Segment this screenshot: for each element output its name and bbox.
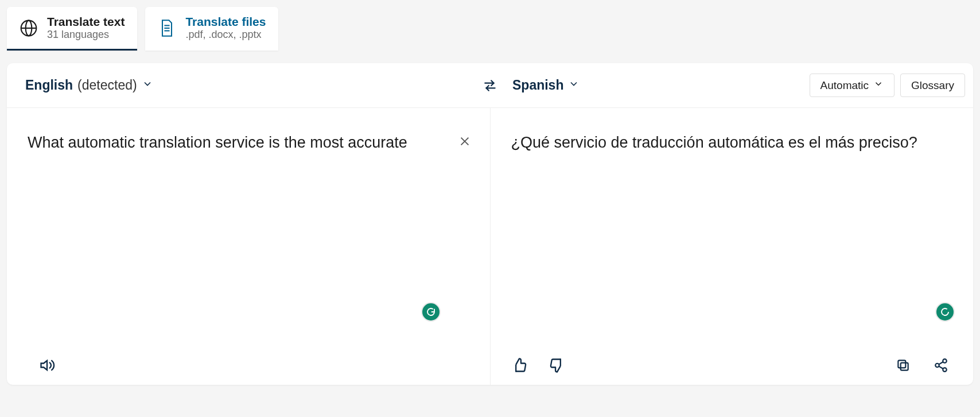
source-language-suffix: (detected) xyxy=(77,78,137,93)
glossary-button[interactable]: Glossary xyxy=(900,74,965,97)
listen-source-button[interactable] xyxy=(36,354,59,377)
source-language-select[interactable]: English (detected) xyxy=(25,78,153,93)
chevron-down-icon xyxy=(873,79,884,92)
swap-languages-button[interactable] xyxy=(480,75,500,96)
svg-line-16 xyxy=(939,366,943,369)
globe-icon xyxy=(20,19,38,37)
chevron-down-icon xyxy=(142,78,153,93)
tab-translate-text[interactable]: Translate text 31 languages xyxy=(7,7,137,51)
source-pane xyxy=(7,108,490,385)
language-bar: English (detected) Spanish xyxy=(7,63,973,108)
tab-text-sub: 31 languages xyxy=(47,29,125,41)
thumbs-down-button[interactable] xyxy=(546,354,569,377)
target-language-select[interactable]: Spanish xyxy=(512,78,580,93)
content-area: ¿Qué servicio de traducción automática e… xyxy=(7,108,973,385)
tab-translate-files[interactable]: Translate files .pdf, .docx, .pptx xyxy=(145,7,278,51)
target-language-label: Spanish xyxy=(512,78,563,93)
document-icon xyxy=(158,19,176,37)
target-pane: ¿Qué servicio de traducción automática e… xyxy=(491,108,974,385)
svg-line-15 xyxy=(939,362,943,364)
copy-button[interactable] xyxy=(892,354,915,377)
share-button[interactable] xyxy=(930,354,952,377)
source-textarea[interactable] xyxy=(28,131,464,304)
svg-rect-11 xyxy=(898,360,905,368)
tab-text-title: Translate text xyxy=(47,15,125,29)
grammarly-badge-icon[interactable] xyxy=(421,302,441,322)
source-language-label: English xyxy=(25,78,73,93)
tone-select[interactable]: Automatic xyxy=(810,74,895,97)
target-text: ¿Qué servicio de traducción automática e… xyxy=(511,131,947,155)
tab-files-sub: .pdf, .docx, .pptx xyxy=(185,29,266,41)
chevron-down-icon xyxy=(568,78,580,93)
grammarly-badge-icon[interactable] xyxy=(935,302,955,322)
tone-label: Automatic xyxy=(820,79,869,92)
thumbs-up-button[interactable] xyxy=(508,354,531,377)
clear-source-button[interactable] xyxy=(456,132,474,150)
svg-rect-10 xyxy=(901,363,908,370)
svg-point-12 xyxy=(943,359,947,363)
tab-files-title: Translate files xyxy=(185,15,266,29)
svg-point-13 xyxy=(935,364,939,368)
mode-tabs: Translate text 31 languages Translate fi… xyxy=(0,0,980,51)
svg-point-14 xyxy=(943,368,947,372)
translator-panel: English (detected) Spanish xyxy=(7,63,973,385)
